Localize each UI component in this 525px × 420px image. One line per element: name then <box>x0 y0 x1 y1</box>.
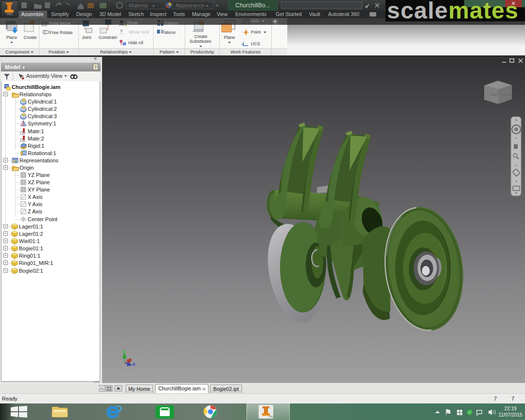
svg-text:PRO: PRO <box>269 415 273 418</box>
svg-text:LEFT: LEFT <box>491 93 498 96</box>
svg-text:PRO: PRO <box>7 13 13 16</box>
svg-text:FRONT: FRONT <box>501 93 511 96</box>
